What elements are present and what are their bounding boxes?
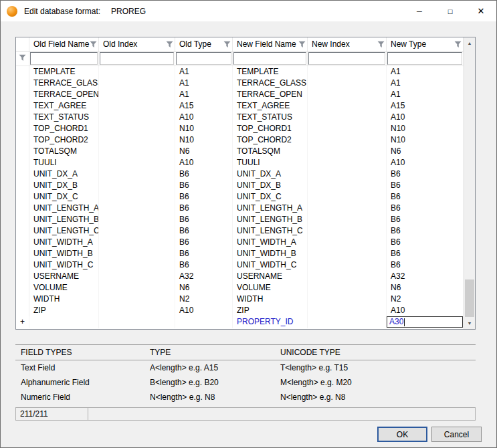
table-row[interactable]: TOP_CHORD1 N10 TOP_CHORD1 N10 [16,123,464,134]
cell-old-index[interactable] [99,157,175,169]
cell-new-field-name[interactable]: PROPERTY_ID [233,316,308,328]
cell-old-type[interactable]: B6 [175,259,233,271]
cell-new-type[interactable]: A1 [387,89,464,100]
cell-new-type[interactable]: B6 [387,214,464,225]
cell-old-field-name[interactable]: UNIT_DX_C [29,191,99,203]
cell-new-field-name[interactable]: VOLUME [233,282,308,294]
table-row[interactable]: USERNAME A32 USERNAME A32 [16,271,464,282]
cell-new-type[interactable]: B6 [387,180,464,191]
filter-input-new-index[interactable] [308,52,385,65]
cell-old-field-name[interactable]: VOLUME [29,282,99,294]
cell-old-index[interactable] [99,100,175,112]
scroll-up-icon[interactable]: ▲ [464,37,475,49]
table-row[interactable]: UNIT_LENGTH_B B6 UNIT_LENGTH_B B6 [16,214,464,225]
cell-old-field-name[interactable]: TOP_CHORD2 [29,134,99,146]
cell-old-type[interactable]: B6 [175,225,233,237]
cell-new-index[interactable] [308,169,387,180]
cell-old-type[interactable]: B6 [175,180,233,191]
table-row[interactable]: UNIT_WIDTH_B B6 UNIT_WIDTH_B B6 [16,248,464,259]
cell-old-index[interactable] [99,66,175,78]
cell-new-index[interactable] [308,191,387,203]
cell-old-index[interactable] [99,259,175,271]
cell-old-index[interactable] [99,237,175,248]
cell-old-index[interactable] [99,294,175,305]
close-icon[interactable]: ✕ [466,1,496,21]
cell-old-index[interactable] [99,191,175,203]
cell-old-type[interactable]: B6 [175,191,233,203]
filter-funnel-icon[interactable] [90,39,97,51]
filter-funnel-icon[interactable] [377,39,385,51]
cell-old-type[interactable]: B6 [175,237,233,248]
cell-new-type[interactable]: N6 [387,146,464,157]
cell-new-type[interactable]: B6 [387,248,464,259]
cell-old-field-name[interactable]: TEXT_AGREE [29,100,99,112]
cell-old-field-name[interactable]: UNIT_WIDTH_A [29,237,99,248]
cell-new-type[interactable]: N10 [387,123,464,134]
maximize-icon[interactable]: □ [435,1,466,21]
table-row[interactable]: VOLUME N6 VOLUME N6 [16,282,464,294]
cell-old-index[interactable] [99,282,175,294]
cell-old-type[interactable]: A1 [175,89,233,100]
cell-new-type[interactable]: B6 [387,191,464,203]
cell-new-type[interactable]: B6 [387,169,464,180]
cell-new-index[interactable] [308,203,387,214]
cell-new-field-name[interactable]: UNIT_DX_B [233,180,308,191]
cell-new-type[interactable]: B6 [387,237,464,248]
cell-old-field-name[interactable]: UNIT_WIDTH_B [29,248,99,259]
cell-new-index[interactable] [308,271,387,282]
column-header-new-type[interactable]: New Type [387,37,464,51]
table-row[interactable]: TERRACE_OPEN A1 TERRACE_OPEN A1 [16,89,464,100]
cell-new-type[interactable]: B6 [387,203,464,214]
cell-new-field-name[interactable]: UNIT_WIDTH_C [233,259,308,271]
column-header-old-field-name[interactable]: Old Field Name [29,37,99,51]
filter-funnel-icon[interactable] [166,39,173,51]
cell-new-type[interactable]: N2 [387,294,464,305]
cell-new-field-name[interactable]: TOTALSQM [233,146,308,157]
cell-new-field-name[interactable]: UNIT_LENGTH_A [233,203,308,214]
cell-new-index[interactable] [308,259,387,271]
cell-old-field-name[interactable]: TUULI [29,157,99,169]
cell-new-field-name[interactable]: UNIT_WIDTH_A [233,237,308,248]
cell-old-field-name[interactable]: WIDTH [29,294,99,305]
cell-new-type[interactable]: A1 [387,66,464,78]
cell-old-index[interactable] [99,169,175,180]
table-row[interactable]: UNIT_WIDTH_C B6 UNIT_WIDTH_C B6 [16,259,464,271]
cell-old-field-name[interactable]: UNIT_LENGTH_B [29,214,99,225]
table-row[interactable]: TOTALSQM N6 TOTALSQM N6 [16,146,464,157]
cell-new-index[interactable] [308,112,387,123]
cell-old-index[interactable] [99,134,175,146]
cell-new-index[interactable] [308,214,387,225]
table-row[interactable]: TEMPLATE A1 TEMPLATE A1 [16,66,464,78]
cell-new-type[interactable]: A32 [387,271,464,282]
cell-new-field-name[interactable]: TEXT_STATUS [233,112,308,123]
cell-new-field-name[interactable]: UNIT_LENGTH_B [233,214,308,225]
cell-new-index[interactable] [308,66,387,78]
cell-new-index[interactable] [308,316,387,328]
cell-new-index[interactable] [308,248,387,259]
cell-old-field-name[interactable]: UNIT_LENGTH_A [29,203,99,214]
cell-old-type[interactable]: B6 [175,203,233,214]
cell-old-index[interactable] [99,248,175,259]
cell-new-index[interactable] [308,294,387,305]
filter-funnel-icon[interactable] [454,39,462,51]
cell-old-index[interactable] [99,89,175,100]
scroll-down-icon[interactable]: ▼ [464,318,475,329]
cell-old-field-name[interactable]: TEMPLATE [29,66,99,78]
cell-old-index[interactable] [99,225,175,237]
cell-old-type[interactable]: A15 [175,100,233,112]
filter-funnel-icon[interactable] [223,39,231,51]
cancel-button[interactable]: Cancel [431,427,482,442]
table-row[interactable]: TUULI A10 TUULI A10 [16,157,464,169]
cell-old-field-name[interactable]: TERRACE_OPEN [29,89,99,100]
cell-old-type[interactable]: N6 [175,146,233,157]
cell-old-field-name[interactable]: UNIT_DX_B [29,180,99,191]
cell-new-type[interactable]: A10 [387,157,464,169]
cell-old-type[interactable]: A10 [175,157,233,169]
cell-new-index[interactable] [308,123,387,134]
filter-input-old-field-name[interactable] [30,52,98,65]
cell-new-index[interactable] [308,78,387,89]
cell-new-field-name[interactable]: TOP_CHORD2 [233,134,308,146]
cell-new-index[interactable] [308,282,387,294]
cell-new-index[interactable] [308,100,387,112]
cell-old-type[interactable]: N10 [175,123,233,134]
